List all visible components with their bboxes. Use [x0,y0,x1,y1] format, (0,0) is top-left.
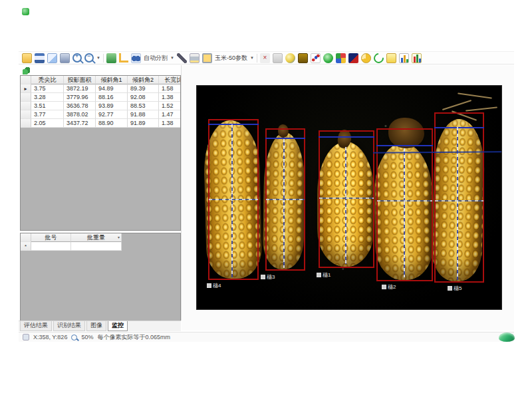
image-viewer[interactable]: 穗4 穗3 穗1 穗2 穗5 [196,85,502,310]
new-row-marker: * [21,242,31,251]
refresh-icon[interactable] [372,51,386,65]
column-header[interactable]: 批重量 ▾ [71,233,122,242]
cell: 1.52 [159,102,181,110]
shape-icon[interactable] [273,53,283,63]
chevron-down-icon[interactable]: ▼ [170,53,174,63]
cell: 1.38 [159,119,181,128]
width-line [319,198,374,199]
image-icon[interactable] [47,53,57,63]
cell: 3779.96 [64,93,96,102]
bar-chart-icon[interactable] [399,53,409,63]
zoom-level: 50% [81,334,93,340]
measurement-table[interactable]: 秃尖比 投影面积 倾斜角1 倾斜角2 长宽比 ▸ 3.75 3872.19 94… [20,75,181,231]
color-chart-icon[interactable] [412,53,422,63]
scale-note: 每个像素实际等于0.065mm [97,333,170,342]
main-toolbar: ▼ 自动分割 ▼ 玉米-50参数 ▼ × [19,51,514,65]
dataset-dropdown[interactable]: 玉米-50参数 [215,54,247,63]
chevron-down-icon[interactable]: ▼ [96,53,100,63]
brown-square-icon[interactable] [298,53,308,63]
auto-segment-button[interactable]: 自动分割 [144,54,168,63]
save-icon[interactable] [35,53,45,63]
zoom-in-icon[interactable] [72,53,82,63]
statistics-icon[interactable] [106,53,116,63]
cell: 3872.19 [64,84,96,93]
cell: 3878.02 [64,110,96,119]
sphere-icon[interactable] [285,53,295,63]
cell: 1.38 [159,93,181,102]
axis-line [283,139,285,268]
tab-evaluation-results[interactable]: 评估结果 [20,321,52,331]
column-header[interactable]: 投影面积 [64,76,96,84]
column-header[interactable]: 秃尖比 [31,76,64,84]
cell: 1.58 [159,84,181,93]
width-line [209,199,258,200]
table-header-row: 批号 批重量 ▾ [21,233,122,242]
axis-line [457,127,458,280]
silk-strand [466,106,497,111]
table-row[interactable]: 2.05 3437.72 88.90 91.89 1.38 [21,119,180,128]
title-bar [19,5,514,51]
sprout-icon[interactable] [23,67,30,74]
table-row[interactable]: 3.51 3636.78 93.89 88.53 1.52 [21,102,180,110]
delete-icon[interactable]: × [260,53,270,63]
status-icon [23,334,29,340]
cell: 3.75 [31,84,64,93]
width-line [377,200,432,201]
tab-image[interactable]: 图像 [86,321,106,331]
pie-icon[interactable] [361,53,371,63]
cell: 89.39 [128,84,159,93]
cell: 88.90 [96,119,128,128]
report-icon[interactable] [386,53,396,63]
axis-line [231,124,233,277]
cell: 3636.78 [64,102,96,110]
cell[interactable] [71,242,122,251]
monitor-icon[interactable] [202,53,212,63]
axis-line [345,147,346,264]
top-line [265,138,305,139]
table-row[interactable]: 3.28 3779.96 88.16 92.08 1.38 [21,93,180,102]
navy-square-icon[interactable] [348,53,358,63]
cell: 3.77 [31,110,64,119]
scatter-plot-icon[interactable] [311,53,321,63]
silk-strand [442,100,471,110]
ear-label: 穗2 [382,284,396,290]
table-row[interactable]: ▸ 3.75 3872.19 94.89 89.39 1.58 [21,84,180,93]
row-marker: ▸ [21,84,31,93]
crop-corner-icon[interactable] [119,53,128,63]
column-header-label: 批重量 [87,234,105,241]
cell: 92.77 [96,110,128,119]
table-row[interactable]: 3.77 3878.02 92.77 91.88 1.47 [21,110,180,119]
cell[interactable] [31,242,71,251]
column-header[interactable]: 倾斜角2 [128,76,159,84]
column-dropdown-icon[interactable]: ▾ [118,233,120,242]
palette-icon[interactable] [336,53,346,63]
selector-header [21,233,31,242]
export-icon[interactable] [60,53,70,63]
cell: 91.89 [128,119,159,128]
column-header[interactable]: 批号 [31,233,71,242]
tab-monitor[interactable]: 监控 [108,321,128,331]
cell: 88.16 [96,93,128,102]
green-circle-icon[interactable] [323,53,333,63]
open-folder-icon[interactable] [22,53,32,63]
chevron-down-icon[interactable]: ▼ [250,53,254,63]
cell: 94.89 [96,84,128,93]
binoculars-icon[interactable] [131,53,141,63]
cursor-coordinates: X:358, Y:826 [33,334,67,340]
printer-icon[interactable] [190,53,200,63]
column-header[interactable]: 长宽比 [159,76,181,84]
pencil-icon[interactable] [177,53,187,63]
column-header[interactable]: 倾斜角1 [96,76,128,84]
zoom-out-icon[interactable] [84,53,94,63]
selector-header [21,76,31,84]
table-new-row[interactable]: * [21,242,122,251]
ear-label: 穗4 [207,283,221,289]
cell: 3.28 [31,93,64,102]
brand-logo-icon [499,332,515,342]
width-line [266,199,305,200]
cell: 2.05 [31,119,64,128]
toolbar-separator [257,54,257,63]
batch-table[interactable]: 批号 批重量 ▾ * [20,233,181,322]
width-line [435,200,483,201]
tab-recognition-results[interactable]: 识别结果 [53,321,85,331]
